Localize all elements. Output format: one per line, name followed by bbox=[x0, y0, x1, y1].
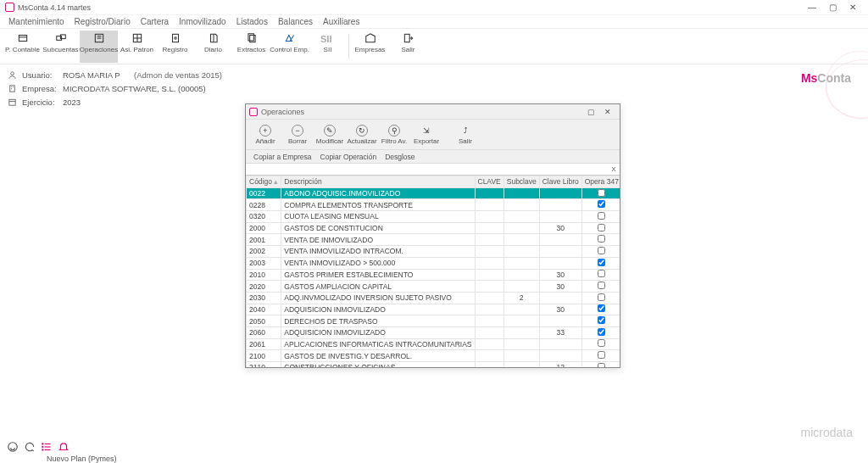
ribbon-diario[interactable]: Diario bbox=[194, 31, 232, 63]
tool-refresh[interactable]: ↻Actualizar bbox=[346, 123, 378, 147]
table-row[interactable]: 2020GASTOS AMPLIACION CAPITAL30 bbox=[247, 281, 620, 293]
maximize-button[interactable]: ▢ bbox=[822, 3, 843, 12]
grid[interactable]: Código ▴DescripciónCLAVESubclaveClave Li… bbox=[246, 176, 620, 367]
support-icon[interactable] bbox=[7, 441, 19, 453]
opera347-checkbox[interactable] bbox=[598, 247, 605, 254]
ribbon-sii[interactable]: SIISII bbox=[309, 31, 347, 63]
opera347-checkbox[interactable] bbox=[598, 328, 605, 336]
cell-subclave bbox=[504, 350, 539, 362]
sub-desglose[interactable]: Desglose bbox=[381, 153, 419, 161]
ejercicio-value: 2023 bbox=[63, 98, 81, 107]
table-row[interactable]: 2100GASTOS DE INVESTIG.Y DESARROL. bbox=[247, 350, 620, 362]
opera347-checkbox[interactable] bbox=[598, 189, 605, 197]
table-row[interactable]: 2001VENTA DE INMOVILIZADO bbox=[247, 234, 620, 246]
col-descripción[interactable]: Descripción bbox=[281, 176, 475, 188]
cell-subclave bbox=[504, 315, 539, 327]
cell-descripcion: ADQUISICION INMOVILIZADO bbox=[281, 326, 475, 338]
menu-cartera[interactable]: Cartera bbox=[136, 17, 174, 26]
menu-auxiliares[interactable]: Auxiliares bbox=[318, 17, 364, 26]
col-código[interactable]: Código ▴ bbox=[247, 176, 281, 188]
menu-registro-diario[interactable]: Registro/Diario bbox=[70, 17, 136, 26]
bell-icon[interactable] bbox=[58, 441, 70, 453]
cell-subclave bbox=[504, 338, 539, 350]
tool-edit[interactable]: ✎Modificar bbox=[314, 123, 346, 147]
cell-opera347 bbox=[581, 281, 620, 293]
child-subbar: Copiar a EmpresaCopiar OperaciónDesglose bbox=[246, 150, 620, 164]
table-row[interactable]: 2040ADQUISICION INMOVILIZADO30 bbox=[247, 304, 620, 315]
filter-input[interactable] bbox=[246, 165, 608, 175]
opera347-checkbox[interactable] bbox=[598, 259, 605, 266]
table-row[interactable]: 2000GASTOS DE CONSTITUCION30 bbox=[247, 222, 620, 234]
tool-exit[interactable]: ⤴Salir bbox=[449, 123, 481, 147]
cell-descripcion: COMPRA ELEMENTOS TRANSPORTE bbox=[281, 199, 475, 211]
child-close-button[interactable]: ✕ bbox=[599, 108, 616, 116]
tool-filter[interactable]: ⚲Filtro Av. bbox=[378, 123, 410, 147]
table-row[interactable]: 2030ADQ.INVMOLIZADO INVERSION SUJETO PAS… bbox=[247, 292, 620, 304]
ribbon-empresas[interactable]: Empresas bbox=[351, 31, 389, 63]
salir-icon bbox=[401, 32, 416, 44]
close-button[interactable]: ✕ bbox=[843, 3, 863, 12]
table-row[interactable]: 2003VENTA INMOVILIZADO > 500.000 bbox=[247, 257, 620, 269]
tool-add[interactable]: +Añadir bbox=[249, 123, 281, 147]
tool-delete[interactable]: −Borrar bbox=[281, 123, 314, 147]
table-row[interactable]: 2050DERECHOS DE TRASPASO bbox=[247, 315, 620, 327]
table-row[interactable]: 0228COMPRA ELEMENTOS TRANSPORTE bbox=[247, 199, 620, 211]
ribbon-operaciones[interactable]: Operaciones bbox=[80, 31, 118, 63]
opera347-checkbox[interactable] bbox=[598, 316, 605, 324]
sub-copiar-operación[interactable]: Copiar Operación bbox=[316, 153, 381, 161]
opera347-checkbox[interactable] bbox=[598, 304, 605, 312]
ribbon-salir[interactable]: Salir bbox=[389, 31, 427, 63]
ribbon-plan-contable[interactable]: P. Contable bbox=[3, 31, 42, 63]
empresa-label: Empresa: bbox=[22, 84, 58, 93]
col-clave-libro[interactable]: Clave Libro bbox=[539, 176, 581, 188]
cell-codigo: 2050 bbox=[247, 315, 281, 327]
control-emp-icon bbox=[282, 32, 298, 44]
col-subclave[interactable]: Subclave bbox=[504, 176, 539, 188]
menu-mantenimiento[interactable]: Mantenimiento bbox=[3, 17, 70, 26]
cell-opera347 bbox=[581, 338, 620, 350]
opera347-checkbox[interactable] bbox=[598, 282, 605, 289]
tasks-icon[interactable] bbox=[41, 441, 53, 453]
child-restore-button[interactable]: ▢ bbox=[582, 108, 599, 116]
ribbon-asientos-patron[interactable]: Asi. Patron bbox=[118, 31, 156, 63]
menu-inmovilizado[interactable]: Inmovilizado bbox=[174, 17, 231, 26]
table-row[interactable]: 2110CONSTRUCCIONES Y OFICINAS12 bbox=[247, 362, 620, 368]
menu-listados[interactable]: Listados bbox=[231, 17, 273, 26]
opera347-checkbox[interactable] bbox=[598, 363, 605, 367]
col-clave[interactable]: CLAVE bbox=[475, 176, 504, 188]
opera347-checkbox[interactable] bbox=[598, 200, 605, 208]
app-title: MsConta 4.14 martes bbox=[18, 3, 802, 12]
minimize-button[interactable]: — bbox=[802, 3, 822, 12]
sub-copiar-a-empresa[interactable]: Copiar a Empresa bbox=[249, 153, 316, 161]
opera347-checkbox[interactable] bbox=[598, 224, 605, 232]
opera347-checkbox[interactable] bbox=[598, 351, 605, 359]
clear-filter-button[interactable]: X bbox=[608, 165, 620, 173]
cell-clave bbox=[475, 211, 504, 223]
opera347-checkbox[interactable] bbox=[598, 270, 605, 277]
ribbon-extractos[interactable]: Extractos bbox=[232, 31, 270, 63]
table-row[interactable]: 2061APLICACIONES INFORMATICAS INTRACOMUN… bbox=[247, 338, 620, 350]
child-titlebar[interactable]: Operaciones ▢ ✕ bbox=[246, 104, 620, 120]
usuario-role: (Admon de ventas 2015) bbox=[134, 70, 222, 80]
table-row[interactable]: 2060ADQUISICION INMOVILIZADO33 bbox=[247, 326, 620, 338]
col-opera-347[interactable]: Opera 347 bbox=[581, 176, 620, 188]
table-row[interactable]: 2010GASTOS PRIMER ESTABLECIMIENTO30 bbox=[247, 269, 620, 281]
ribbon-control-emp[interactable]: Control Emp. bbox=[270, 31, 309, 63]
cell-descripcion: DERECHOS DE TRASPASO bbox=[281, 315, 475, 327]
cell-opera347 bbox=[581, 246, 620, 258]
diario-icon bbox=[206, 32, 221, 44]
opera347-checkbox[interactable] bbox=[598, 235, 605, 243]
refresh-icon[interactable] bbox=[24, 441, 36, 453]
opera347-checkbox[interactable] bbox=[598, 212, 605, 220]
ribbon-subcuentas[interactable]: Subcuentas bbox=[42, 31, 80, 63]
cell-codigo: 0320 bbox=[247, 211, 281, 223]
table-row[interactable]: 2002VENTA INMOVILIZADO INTRACOM. bbox=[247, 246, 620, 258]
table-row[interactable]: 0320CUOTA LEASING MENSUAL bbox=[247, 211, 620, 223]
menu-balances[interactable]: Balances bbox=[273, 17, 318, 26]
table-row[interactable]: 0022ABONO ADQUISIC.INMOVILIZADO bbox=[247, 187, 620, 199]
opera347-checkbox[interactable] bbox=[598, 293, 605, 301]
tool-export[interactable]: ⇲Exportar bbox=[410, 123, 442, 147]
cell-opera347 bbox=[581, 269, 620, 281]
ribbon-registro[interactable]: Registro bbox=[156, 31, 194, 63]
opera347-checkbox[interactable] bbox=[598, 339, 605, 347]
